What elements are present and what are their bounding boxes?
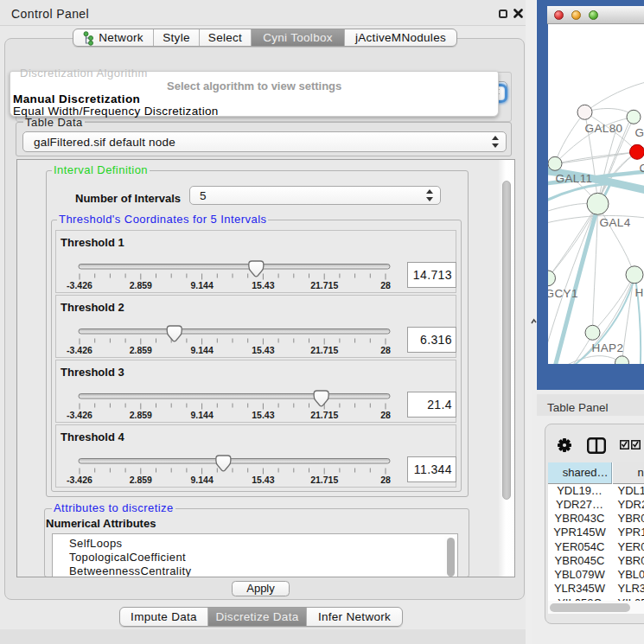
svg-text:21.715: 21.715 xyxy=(310,280,338,290)
svg-text:28: 28 xyxy=(380,280,391,290)
svg-text:21.715: 21.715 xyxy=(310,475,338,485)
svg-text:G: G xyxy=(639,162,644,175)
svg-text:28: 28 xyxy=(380,410,391,420)
svg-text:GAL4: GAL4 xyxy=(599,216,630,229)
svg-text:21.715: 21.715 xyxy=(310,410,338,420)
svg-text:15.43: 15.43 xyxy=(252,475,274,485)
svg-text:21.715: 21.715 xyxy=(310,345,338,355)
svg-text:2.859: 2.859 xyxy=(130,280,152,290)
svg-text:28: 28 xyxy=(380,475,391,485)
svg-text:28: 28 xyxy=(380,345,391,355)
svg-text:-3.426: -3.426 xyxy=(67,475,92,485)
svg-text:15.43: 15.43 xyxy=(252,410,274,420)
svg-text:GAL80: GAL80 xyxy=(584,122,622,135)
svg-text:2.859: 2.859 xyxy=(130,475,152,485)
svg-text:-3.426: -3.426 xyxy=(67,410,92,420)
svg-text:-3.426: -3.426 xyxy=(67,280,92,290)
svg-text:-3.426: -3.426 xyxy=(67,345,92,355)
svg-text:9.144: 9.144 xyxy=(190,410,213,420)
svg-text:9.144: 9.144 xyxy=(190,280,213,290)
svg-text:GAL11: GAL11 xyxy=(555,172,592,185)
svg-text:2.859: 2.859 xyxy=(130,410,152,420)
svg-text:GA: GA xyxy=(634,126,644,139)
svg-text:2.859: 2.859 xyxy=(130,345,152,355)
svg-text:9.144: 9.144 xyxy=(190,475,213,485)
svg-text:15.43: 15.43 xyxy=(252,345,274,355)
svg-text:15.43: 15.43 xyxy=(252,280,274,290)
svg-text:HAP2: HAP2 xyxy=(591,341,623,354)
svg-text:GCY1: GCY1 xyxy=(548,287,578,300)
svg-text:H: H xyxy=(634,286,643,299)
svg-text:9.144: 9.144 xyxy=(190,345,213,355)
